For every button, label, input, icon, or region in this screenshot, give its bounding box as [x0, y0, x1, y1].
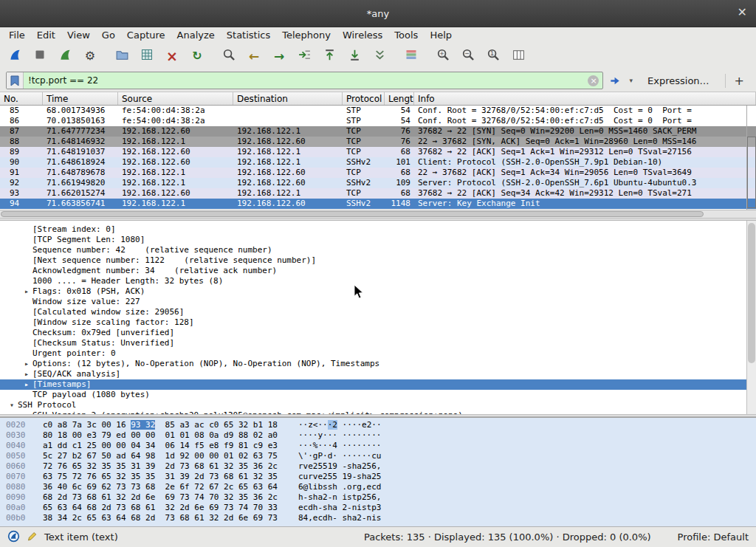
column-header-length[interactable]: Length: [385, 92, 414, 105]
menu-help[interactable]: Help: [424, 29, 458, 41]
hex-bytes[interactable]: 63 75 72 76 65 32 35 35 31 39 2d 73 68 6…: [43, 472, 278, 482]
details-scrollbar-thumb[interactable]: [748, 223, 755, 363]
expander-icon[interactable]: ▸: [21, 286, 32, 297]
detail-line[interactable]: [Stream index: 0]: [0, 224, 756, 235]
packet-row-90[interactable]: 9071.648618924192.168.122.60192.168.122.…: [0, 157, 756, 168]
expander-icon[interactable]: ▾: [6, 400, 18, 410]
hex-ascii[interactable]: h-sha2-n istp256,: [298, 492, 382, 503]
hex-bytes[interactable]: 38 34 2c 65 63 64 68 2d 73 68 61 32 2d 6…: [43, 513, 278, 523]
find-packet-button[interactable]: [220, 47, 238, 65]
hex-bytes[interactable]: 5c 27 b2 67 50 ad 64 98 1d 92 00 00 01 0…: [43, 451, 278, 461]
hex-ascii[interactable]: curve255 19-sha25: [298, 472, 382, 482]
hex-row-0060[interactable]: 006072 76 65 32 35 35 31 39 2d 73 68 61 …: [0, 461, 756, 472]
zoom-original-button[interactable]: 1: [484, 47, 502, 65]
go-forward-button[interactable]: →: [270, 47, 288, 65]
detail-line[interactable]: [Next sequence number: 1122 (relative se…: [0, 255, 756, 266]
packet-row-91[interactable]: 9171.648789678192.168.122.1192.168.122.6…: [0, 168, 756, 178]
detail-line[interactable]: ▸Flags: 0x018 (PSH, ACK): [0, 286, 756, 297]
menu-wireless[interactable]: Wireless: [337, 29, 388, 41]
details-scrollbar[interactable]: [746, 221, 756, 414]
scrollbar-view-indicator[interactable]: [747, 137, 756, 208]
detail-line[interactable]: ▾SSH Protocol: [0, 400, 756, 410]
hex-row-00b0[interactable]: 00b038 34 2c 65 63 64 68 2d 73 68 61 32 …: [0, 513, 756, 523]
hex-ascii[interactable]: 6@libssh .org,ecd: [298, 482, 382, 492]
column-header-info[interactable]: Info: [414, 92, 756, 105]
edit-comment-icon[interactable]: [27, 531, 38, 544]
zoom-out-button[interactable]: −: [459, 47, 477, 65]
packet-row-85[interactable]: 8568.001734936fe:54:00:d4:38:2aSTP54Conf…: [0, 106, 756, 116]
hex-ascii[interactable]: ····y··· ········: [298, 430, 382, 441]
menu-telephony[interactable]: Telephony: [276, 29, 337, 41]
save-file-button[interactable]: [138, 47, 156, 65]
packet-row-88[interactable]: 8871.648146932192.168.122.1192.168.122.6…: [0, 137, 756, 147]
packet-list-hscrollbar[interactable]: [0, 210, 756, 218]
menu-tools[interactable]: Tools: [388, 29, 424, 41]
zoom-in-button[interactable]: +: [434, 47, 452, 65]
column-header-source[interactable]: Source: [118, 92, 233, 105]
expander-icon[interactable]: ▸: [21, 410, 32, 414]
column-header-time[interactable]: Time: [43, 92, 118, 105]
hex-ascii[interactable]: ecdh-sha 2-nistp3: [298, 503, 382, 513]
detail-line[interactable]: ▸[Timestamps]: [0, 379, 756, 390]
menu-statistics[interactable]: Statistics: [221, 29, 276, 41]
colorize-packets-button[interactable]: [402, 47, 420, 65]
hex-row-0080[interactable]: 008036 40 6c 69 62 73 73 68 2e 6f 72 67 …: [0, 482, 756, 492]
expander-icon[interactable]: ▸: [21, 379, 32, 390]
restart-capture-button[interactable]: [56, 47, 74, 65]
profile-label[interactable]: Profile: Default: [678, 531, 749, 543]
hex-bytes[interactable]: 65 63 64 68 2d 73 68 61 32 2d 6e 69 73 7…: [43, 503, 278, 513]
resize-columns-button[interactable]: [509, 47, 527, 65]
expression-button[interactable]: Expression…: [639, 75, 718, 86]
hex-row-0020[interactable]: 0020c0 a8 7a 3c 00 16 93 32 85 a3 ac c0 …: [0, 420, 756, 430]
hex-ascii[interactable]: ···%···4 ········: [298, 441, 382, 451]
packet-row-87[interactable]: 8771.647777234192.168.122.60192.168.122.…: [0, 126, 756, 137]
detail-line[interactable]: Checksum: 0x79ed [unverified]: [0, 328, 756, 338]
filter-apply-icon[interactable]: [607, 72, 623, 89]
menu-edit[interactable]: Edit: [31, 29, 61, 41]
start-capture-button[interactable]: [6, 47, 24, 65]
capture-options-button[interactable]: ⚙: [81, 47, 99, 65]
hex-bytes[interactable]: c0 a8 7a 3c 00 16 93 32 85 a3 ac c0 65 3…: [43, 420, 278, 430]
go-last-packet-button[interactable]: [346, 47, 363, 65]
hex-bytes[interactable]: 68 2d 73 68 61 32 2d 6e 69 73 74 70 32 3…: [43, 492, 278, 503]
packet-row-86[interactable]: 8670.013850163fe:54:00:d4:38:2aSTP54Conf…: [0, 116, 756, 126]
detail-line[interactable]: ▸Options: (12 bytes), No-Operation (NOP)…: [0, 359, 756, 369]
detail-line[interactable]: Urgent pointer: 0: [0, 348, 756, 359]
hex-ascii[interactable]: 84,ecdh- sha2-nis: [298, 513, 382, 523]
menu-file[interactable]: File: [3, 29, 31, 41]
filter-input[interactable]: [24, 75, 602, 86]
filter-bookmark-icon[interactable]: [7, 72, 24, 89]
detail-line[interactable]: ▸SSH Version 2 (encryption:chacha20-poly…: [0, 410, 756, 414]
filter-dropdown-chevron[interactable]: ▾: [627, 77, 635, 84]
hex-bytes[interactable]: 36 40 6c 69 62 73 73 68 2e 6f 72 67 2c 6…: [43, 482, 278, 492]
go-to-packet-button[interactable]: [295, 47, 313, 65]
hex-bytes[interactable]: a1 dd c1 25 00 00 04 34 06 14 f5 e8 f9 8…: [43, 441, 278, 451]
detail-line[interactable]: [Checksum Status: Unverified]: [0, 338, 756, 348]
hex-row-00a0[interactable]: 00a065 63 64 68 2d 73 68 61 32 2d 6e 69 …: [0, 503, 756, 513]
hex-ascii[interactable]: rve25519 -sha256,: [298, 461, 382, 472]
detail-line[interactable]: TCP payload (1080 bytes): [0, 390, 756, 400]
expander-icon[interactable]: ▸: [21, 359, 32, 369]
detail-line[interactable]: [Calculated window size: 29056]: [0, 307, 756, 317]
detail-line[interactable]: ▸[SEQ/ACK analysis]: [0, 369, 756, 379]
detail-line[interactable]: Window size value: 227: [0, 297, 756, 307]
expander-icon[interactable]: ▸: [21, 369, 32, 379]
hex-row-0090[interactable]: 009068 2d 73 68 61 32 2d 6e 69 73 74 70 …: [0, 492, 756, 503]
go-first-packet-button[interactable]: [320, 47, 338, 65]
menu-analyze[interactable]: Analyze: [171, 29, 221, 41]
hex-row-0040[interactable]: 0040a1 dd c1 25 00 00 04 34 06 14 f5 e8 …: [0, 441, 756, 451]
column-header-protocol[interactable]: Protocol: [343, 92, 385, 105]
hex-bytes[interactable]: 80 18 00 e3 79 ed 00 00 01 01 08 0a d9 8…: [43, 430, 278, 441]
open-file-button[interactable]: [113, 47, 131, 65]
detail-line[interactable]: [TCP Segment Len: 1080]: [0, 235, 756, 245]
detail-line[interactable]: [Window size scaling factor: 128]: [0, 317, 756, 328]
hex-ascii[interactable]: \'·gP·d· ······cu: [298, 451, 382, 461]
stop-capture-button[interactable]: [31, 47, 49, 65]
hex-ascii[interactable]: ··z<···2 ····e2··: [298, 420, 382, 430]
column-header-no[interactable]: No.: [0, 92, 43, 105]
window-close-icon[interactable]: ✕: [738, 7, 747, 18]
auto-scroll-button[interactable]: [371, 47, 388, 65]
go-back-button[interactable]: ←: [245, 47, 263, 65]
hex-row-0050[interactable]: 00505c 27 b2 67 50 ad 64 98 1d 92 00 00 …: [0, 451, 756, 461]
column-header-destination[interactable]: Destination: [233, 92, 343, 105]
